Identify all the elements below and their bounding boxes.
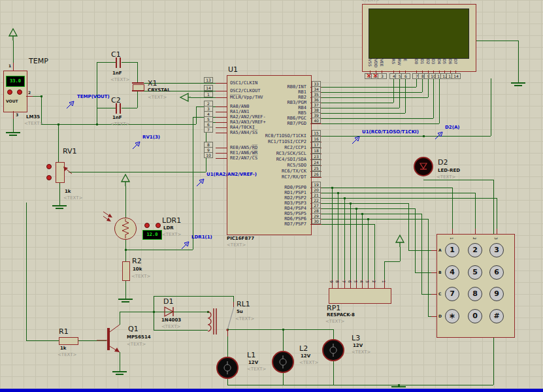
- pin-number: 10: [204, 152, 213, 158]
- power-terminal-icon[interactable]: [395, 234, 405, 247]
- q1-transistor-symbol[interactable]: [97, 321, 126, 361]
- c2-capacitor[interactable]: [116, 103, 117, 114]
- temp-increase-button[interactable]: [7, 90, 12, 95]
- rp1-respack-body[interactable]: [329, 288, 391, 304]
- net-label-ldr1-1[interactable]: LDR1(1): [191, 235, 212, 240]
- pin-stub: [216, 158, 227, 159]
- lcd-screen[interactable]: [369, 8, 469, 59]
- no-connect-x-icon: ×: [372, 72, 378, 79]
- light-arrows-icon: [102, 209, 119, 223]
- power-terminal-icon[interactable]: [8, 27, 18, 41]
- pin-number: 4: [359, 280, 363, 283]
- wire: [227, 329, 333, 330]
- c2-ref: C2: [111, 97, 121, 104]
- l3-filament: [327, 344, 340, 357]
- q1-ref: Q1: [128, 325, 139, 333]
- keypad-key-0[interactable]: 0: [468, 309, 482, 323]
- junction-dot: [58, 123, 59, 125]
- ldr1-increase-button[interactable]: [144, 223, 150, 228]
- lcd-pin-label: D1: [420, 59, 425, 64]
- junction-dot: [350, 203, 352, 204]
- wire: [137, 91, 138, 108]
- keypad-key-7[interactable]: 7: [445, 287, 459, 301]
- wire: [321, 87, 416, 88]
- keypad-key-8[interactable]: 8: [468, 287, 482, 301]
- pin-number: 6: [348, 280, 352, 283]
- keypad-key-2[interactable]: 2: [468, 243, 482, 257]
- keypad-key-3[interactable]: 3: [489, 243, 504, 257]
- wire: [193, 117, 193, 250]
- ground-icon[interactable]: [6, 132, 20, 137]
- pin-stub: [216, 106, 227, 107]
- wire: [423, 180, 493, 180]
- wire: [475, 193, 476, 229]
- r2-text-placeholder: <TEXT>: [131, 274, 150, 279]
- rv1-decrease-button[interactable]: [46, 175, 52, 180]
- x1-part: CRYSTAL: [148, 88, 170, 93]
- rv1-increase-button[interactable]: [46, 164, 52, 169]
- wire: [321, 198, 497, 199]
- ldr1-decrease-button[interactable]: [156, 223, 161, 228]
- net-label-temp-vout[interactable]: TEMP(VOUT): [77, 94, 110, 99]
- ldr1-reading-display[interactable]: 12.0: [142, 230, 162, 240]
- pin-label: RB5: [230, 110, 306, 116]
- ground-icon[interactable]: [511, 82, 525, 88]
- rv1-ref: RV1: [63, 148, 77, 155]
- keypad-key-9[interactable]: 9: [489, 287, 504, 301]
- keypad-key-5[interactable]: 5: [468, 265, 482, 280]
- wire: [439, 78, 440, 123]
- pin-label: RC2/CCP1: [230, 145, 306, 150]
- power-terminal-left-icon[interactable]: [179, 92, 191, 103]
- keypad-key-1[interactable]: 1: [445, 243, 459, 257]
- r2-resistor-body[interactable]: [122, 261, 130, 281]
- x1-crystal-plate[interactable]: [132, 82, 144, 84]
- r1-resistor-body[interactable]: [59, 337, 78, 345]
- r2-ref: R2: [132, 257, 142, 265]
- c1-capacitor[interactable]: [116, 57, 117, 68]
- wire: [356, 208, 357, 280]
- wire: [69, 172, 206, 172]
- net-label-ra2[interactable]: U1(RA2/AN2/VREF-): [206, 172, 257, 177]
- wire: [428, 78, 429, 97]
- lcd-pin-label: RS: [391, 59, 396, 64]
- r1-ref: R1: [59, 328, 69, 335]
- c2-text-placeholder: <TEXT>: [110, 122, 129, 127]
- ground-icon[interactable]: [112, 371, 127, 376]
- power-terminal-icon[interactable]: [120, 173, 131, 186]
- c1-capacitor[interactable]: [120, 57, 121, 68]
- d1-ref: D1: [163, 298, 173, 305]
- l3-value: 12V: [353, 343, 363, 348]
- ground-icon[interactable]: [118, 299, 133, 304]
- l2-value: 12V: [301, 353, 310, 359]
- net-label-rv1-3[interactable]: RV1(3): [142, 135, 160, 140]
- keypad-key-6[interactable]: 6: [489, 265, 504, 280]
- keypad-key-hash[interactable]: #: [489, 309, 504, 323]
- junction-dot: [153, 311, 155, 313]
- rv1-wiper-arrow[interactable]: [63, 166, 73, 175]
- net-label-d2-a[interactable]: D2(A): [445, 125, 460, 130]
- x1-crystal-body[interactable]: [133, 84, 144, 91]
- rl1-relay-symbol[interactable]: [199, 304, 239, 340]
- c2-capacitor[interactable]: [120, 103, 121, 114]
- pin-stub: [310, 177, 321, 178]
- pin-stub: [216, 97, 227, 98]
- keypad-key-4[interactable]: 4: [445, 265, 459, 280]
- pin-number: 30: [312, 218, 321, 224]
- temp-part: LM35: [26, 114, 40, 120]
- temp-reading-display[interactable]: 33.0: [6, 76, 25, 87]
- wire: [393, 78, 394, 103]
- temp-decrease-button[interactable]: [17, 90, 22, 95]
- net-label-arrow-icon: [180, 240, 191, 250]
- d2-part: LED-RED: [438, 168, 460, 173]
- keypad-key-star[interactable]: *: [445, 309, 459, 323]
- temp-text-placeholder: <TEXT>: [24, 121, 43, 126]
- net-label-rc0[interactable]: U1(RC0/T1OSO/T1CKI): [362, 129, 419, 135]
- d1-diode-symbol[interactable]: [162, 306, 178, 318]
- l1-value: 12V: [248, 360, 258, 365]
- wire: [421, 294, 431, 295]
- pin-stub: [13, 111, 14, 119]
- x1-ref: X1: [148, 80, 157, 87]
- keypad-row-label: D: [438, 314, 442, 319]
- ground-icon[interactable]: [52, 205, 67, 210]
- rl1-value: 5u: [237, 309, 243, 314]
